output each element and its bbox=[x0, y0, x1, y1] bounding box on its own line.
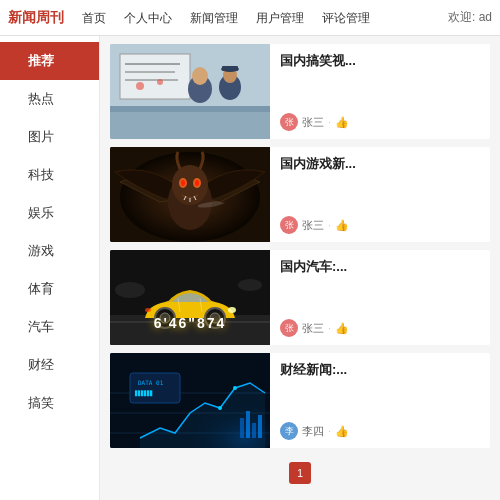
news-card-2[interactable]: 6'46"874 国内汽车:... 张 张三 · 👍 bbox=[110, 250, 490, 345]
news-card-1[interactable]: 国内游戏新... 张 张三 · 👍 bbox=[110, 147, 490, 242]
svg-text:DATA 01: DATA 01 bbox=[138, 379, 164, 386]
avatar-0: 张 bbox=[280, 113, 298, 131]
author-3: 李四 bbox=[302, 424, 324, 439]
svg-rect-49 bbox=[240, 418, 244, 438]
avatar-2: 张 bbox=[280, 319, 298, 337]
svg-rect-52 bbox=[258, 415, 262, 438]
author-2: 张三 bbox=[302, 321, 324, 336]
avatar-3: 李 bbox=[280, 422, 298, 440]
like-icon-2: 👍 bbox=[335, 322, 349, 335]
news-thumb-2: 6'46"874 bbox=[110, 250, 270, 345]
news-meta-3: 李 李四 · 👍 bbox=[280, 422, 480, 440]
nav-comment-manage[interactable]: 评论管理 bbox=[314, 0, 378, 36]
sidebar-item-finance[interactable]: 财经 bbox=[0, 346, 99, 384]
sidebar-item-funny[interactable]: 搞笑 bbox=[0, 384, 99, 422]
sidebar-item-auto[interactable]: 汽车 bbox=[0, 308, 99, 346]
news-title-2: 国内汽车:... bbox=[280, 258, 480, 276]
svg-point-29 bbox=[115, 282, 145, 298]
nav-profile[interactable]: 个人中心 bbox=[116, 0, 180, 36]
news-info-2: 国内汽车:... 张 张三 · 👍 bbox=[270, 250, 490, 345]
sidebar-item-entertainment[interactable]: 娱乐 bbox=[0, 194, 99, 232]
svg-point-10 bbox=[192, 67, 208, 85]
svg-rect-8 bbox=[110, 106, 270, 112]
like-icon-1: 👍 bbox=[335, 219, 349, 232]
svg-point-30 bbox=[238, 279, 262, 291]
author-0: 张三 bbox=[302, 115, 324, 130]
content-area: 国内搞笑视... 张 张三 · 👍 bbox=[100, 36, 500, 500]
sidebar: 推荐 热点 图片 科技 娱乐 游戏 体育 汽车 财经 搞笑 bbox=[0, 36, 100, 500]
news-thumb-3: DATA 01 ▊▊▊▊▊▊ bbox=[110, 353, 270, 448]
svg-point-47 bbox=[218, 406, 222, 410]
nav-news-manage[interactable]: 新闻管理 bbox=[182, 0, 246, 36]
news-thumb-0 bbox=[110, 44, 270, 139]
like-icon-0: 👍 bbox=[335, 116, 349, 129]
svg-rect-50 bbox=[246, 411, 250, 438]
news-info-3: 财经新闻:... 李 李四 · 👍 bbox=[270, 353, 490, 448]
nav-welcome: 欢迎: ad bbox=[448, 9, 492, 26]
sidebar-item-photo[interactable]: 图片 bbox=[0, 118, 99, 156]
avatar-1: 张 bbox=[280, 216, 298, 234]
svg-text:▊▊▊▊▊▊: ▊▊▊▊▊▊ bbox=[134, 390, 153, 397]
svg-point-36 bbox=[228, 307, 236, 313]
sidebar-item-sports[interactable]: 体育 bbox=[0, 270, 99, 308]
like-icon-3: 👍 bbox=[335, 425, 349, 438]
svg-rect-7 bbox=[110, 109, 270, 139]
main-layout: 推荐 热点 图片 科技 娱乐 游戏 体育 汽车 财经 搞笑 bbox=[0, 36, 500, 500]
news-meta-0: 张 张三 · 👍 bbox=[280, 113, 480, 131]
sidebar-item-recommend[interactable]: 推荐 bbox=[0, 42, 99, 80]
brand-logo: 新闻周刊 bbox=[8, 9, 64, 27]
nav-user-manage[interactable]: 用户管理 bbox=[248, 0, 312, 36]
top-nav: 新闻周刊 首页 个人中心 新闻管理 用户管理 评论管理 欢迎: ad bbox=[0, 0, 500, 36]
news-info-0: 国内搞笑视... 张 张三 · 👍 bbox=[270, 44, 490, 139]
page-btn-1[interactable]: 1 bbox=[289, 462, 311, 484]
news-card-0[interactable]: 国内搞笑视... 张 张三 · 👍 bbox=[110, 44, 490, 139]
news-title-3: 财经新闻:... bbox=[280, 361, 480, 379]
svg-point-6 bbox=[157, 79, 163, 85]
svg-rect-42 bbox=[130, 373, 180, 403]
news-thumb-1 bbox=[110, 147, 270, 242]
news-meta-1: 张 张三 · 👍 bbox=[280, 216, 480, 234]
svg-rect-51 bbox=[252, 423, 256, 438]
svg-point-22 bbox=[195, 180, 199, 186]
news-card-3[interactable]: DATA 01 ▊▊▊▊▊▊ bbox=[110, 353, 490, 448]
svg-rect-1 bbox=[120, 54, 190, 99]
news-title-1: 国内游戏新... bbox=[280, 155, 480, 173]
sidebar-item-game[interactable]: 游戏 bbox=[0, 232, 99, 270]
sidebar-item-hot[interactable]: 热点 bbox=[0, 80, 99, 118]
svg-point-21 bbox=[181, 180, 185, 186]
news-info-1: 国内游戏新... 张 张三 · 👍 bbox=[270, 147, 490, 242]
car-speed-text: 6'46"874 bbox=[154, 315, 227, 331]
pagination: 1 bbox=[110, 456, 490, 488]
news-meta-2: 张 张三 · 👍 bbox=[280, 319, 480, 337]
svg-rect-14 bbox=[222, 66, 238, 71]
author-1: 张三 bbox=[302, 218, 324, 233]
sidebar-item-tech[interactable]: 科技 bbox=[0, 156, 99, 194]
svg-point-37 bbox=[145, 308, 151, 312]
svg-point-48 bbox=[233, 386, 237, 390]
news-title-0: 国内搞笑视... bbox=[280, 52, 480, 70]
nav-home[interactable]: 首页 bbox=[74, 0, 114, 36]
svg-point-5 bbox=[136, 82, 144, 90]
